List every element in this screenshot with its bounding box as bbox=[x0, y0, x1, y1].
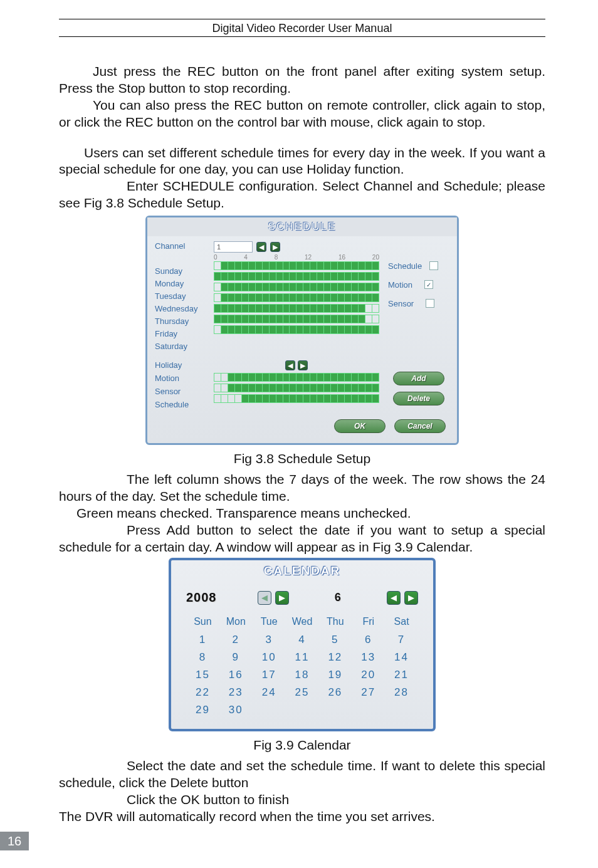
day-monday: Monday bbox=[155, 278, 209, 289]
calendar-day[interactable]: 29 bbox=[186, 703, 219, 718]
calendar-day[interactable]: 13 bbox=[352, 650, 385, 665]
tick: 0 bbox=[214, 254, 218, 261]
calendar-day[interactable]: 4 bbox=[286, 632, 319, 647]
year-next-icon[interactable]: ▶ bbox=[275, 591, 289, 605]
holiday-grid[interactable] bbox=[214, 373, 383, 403]
day-grid[interactable] bbox=[214, 261, 383, 334]
tick: 8 bbox=[275, 254, 278, 261]
calendar-day[interactable]: 6 bbox=[352, 632, 385, 647]
legend-schedule[interactable]: Schedule bbox=[388, 260, 449, 271]
month-prev-icon[interactable]: ◀ bbox=[387, 591, 401, 605]
year-prev-icon[interactable]: ◀ bbox=[258, 591, 271, 605]
calendar-day[interactable]: 24 bbox=[253, 685, 286, 700]
checkbox-icon[interactable] bbox=[426, 299, 434, 308]
weekday-header: Fri bbox=[352, 614, 385, 630]
calendar-day[interactable]: 18 bbox=[286, 667, 319, 682]
page-number-badge: 16 bbox=[0, 832, 29, 850]
hour-axis: 0 4 8 12 16 20 bbox=[214, 254, 379, 261]
calendar-day[interactable]: 19 bbox=[318, 667, 352, 682]
cancel-button[interactable]: Cancel bbox=[394, 419, 446, 433]
calendar-grid: SunMonTueWedThuFriSat1234567891011121314… bbox=[171, 611, 433, 718]
schedule-row[interactable] bbox=[214, 394, 379, 403]
calendar-day[interactable]: 15 bbox=[186, 667, 219, 682]
calendar-day[interactable]: 30 bbox=[219, 703, 253, 718]
weekday-header: Thu bbox=[318, 614, 352, 630]
calendar-day[interactable]: 8 bbox=[186, 650, 219, 665]
schedule-row[interactable] bbox=[214, 304, 379, 313]
day-saturday: Saturday bbox=[155, 341, 209, 352]
calendar-day[interactable]: 16 bbox=[219, 667, 253, 682]
day-wednesday: Wednesday bbox=[155, 303, 209, 314]
calendar-day[interactable]: 17 bbox=[253, 667, 286, 682]
legend-label: Sensor bbox=[388, 299, 414, 308]
schedule-row[interactable] bbox=[214, 325, 379, 334]
calendar-day[interactable]: 21 bbox=[385, 667, 418, 682]
calendar-month: 6 bbox=[335, 591, 341, 604]
channel-label: Channel bbox=[155, 241, 209, 251]
calendar-day[interactable]: 2 bbox=[219, 632, 253, 647]
schedule-row[interactable] bbox=[214, 315, 379, 323]
day-sunday: Sunday bbox=[155, 266, 209, 276]
calendar-day[interactable]: 12 bbox=[318, 650, 352, 665]
calendar-day[interactable]: 25 bbox=[286, 685, 319, 700]
calendar-day[interactable]: 20 bbox=[352, 667, 385, 682]
schedule-row[interactable] bbox=[214, 272, 379, 281]
calendar-day[interactable]: 5 bbox=[318, 632, 352, 647]
calendar-day[interactable]: 27 bbox=[352, 685, 385, 700]
day-friday: Friday bbox=[155, 328, 209, 339]
calendar-day[interactable]: 22 bbox=[186, 685, 219, 700]
calendar-day bbox=[385, 703, 418, 718]
calendar-day bbox=[286, 703, 319, 718]
calendar-day[interactable]: 1 bbox=[186, 632, 219, 647]
paragraph-4: Enter SCHEDULE configuration. Select Cha… bbox=[59, 178, 545, 212]
schedule-row[interactable] bbox=[214, 261, 379, 270]
calendar-day[interactable]: 7 bbox=[385, 632, 418, 647]
header-title: Digital Video Recorder User Manual bbox=[59, 22, 545, 35]
checkbox-icon[interactable] bbox=[429, 261, 438, 270]
paragraph-3: Users can set different schedule times f… bbox=[59, 145, 545, 179]
add-button[interactable]: Add bbox=[393, 372, 444, 385]
schedule-row[interactable] bbox=[214, 283, 379, 291]
delete-button[interactable]: Delete bbox=[393, 392, 444, 405]
day-thursday: Thursday bbox=[155, 316, 209, 327]
calendar-day[interactable]: 10 bbox=[253, 650, 286, 665]
paragraph-6: Green means checked. Transparence means … bbox=[59, 505, 545, 522]
calendar-day[interactable]: 14 bbox=[385, 650, 418, 665]
calendar-day[interactable]: 9 bbox=[219, 650, 253, 665]
checkbox-icon[interactable] bbox=[424, 280, 433, 289]
legend-motion[interactable]: Motion bbox=[388, 279, 449, 290]
weekday-header: Tue bbox=[253, 614, 286, 630]
weekday-header: Sun bbox=[186, 614, 219, 630]
paragraph-8: Select the date and set the schedule tim… bbox=[59, 758, 545, 792]
legend-label: Motion bbox=[388, 280, 412, 290]
calendar-day[interactable]: 11 bbox=[286, 650, 319, 665]
holiday-prev-icon[interactable]: ◀ bbox=[285, 360, 295, 370]
channel-prev-icon[interactable]: ◀ bbox=[256, 242, 266, 252]
month-next-icon[interactable]: ▶ bbox=[404, 591, 418, 605]
calendar-day bbox=[318, 703, 352, 718]
channel-next-icon[interactable]: ▶ bbox=[270, 242, 280, 252]
paragraph-7: Press Add button to select the date if y… bbox=[59, 522, 545, 556]
calendar-day[interactable]: 26 bbox=[318, 685, 352, 700]
channel-value: 1 bbox=[217, 243, 221, 251]
legend-sensor[interactable]: Sensor bbox=[388, 298, 449, 309]
schedule-row[interactable] bbox=[214, 293, 379, 302]
ok-button[interactable]: OK bbox=[334, 419, 386, 433]
calendar-day[interactable]: 23 bbox=[219, 685, 253, 700]
holiday-next-icon[interactable]: ▶ bbox=[298, 360, 308, 370]
channel-input[interactable]: 1 bbox=[214, 241, 253, 253]
schedule-row[interactable] bbox=[214, 373, 379, 382]
calendar-day[interactable]: 3 bbox=[253, 632, 286, 647]
tick: 4 bbox=[244, 254, 248, 261]
calendar-day[interactable]: 28 bbox=[385, 685, 418, 700]
holiday-schedule-label: Schedule bbox=[155, 400, 209, 410]
schedule-dialog: SCHEDULE Channel Sunday Monday Tuesday W… bbox=[145, 216, 459, 445]
calendar-title: CALENDAR bbox=[171, 560, 433, 582]
tick: 16 bbox=[338, 254, 345, 261]
caption-schedule: Fig 3.8 Schedule Setup bbox=[59, 451, 545, 466]
calendar-day bbox=[253, 703, 286, 718]
schedule-row[interactable] bbox=[214, 384, 379, 392]
day-tuesday: Tuesday bbox=[155, 291, 209, 301]
caption-calendar: Fig 3.9 Calendar bbox=[59, 738, 545, 753]
weekday-header: Sat bbox=[385, 614, 418, 630]
